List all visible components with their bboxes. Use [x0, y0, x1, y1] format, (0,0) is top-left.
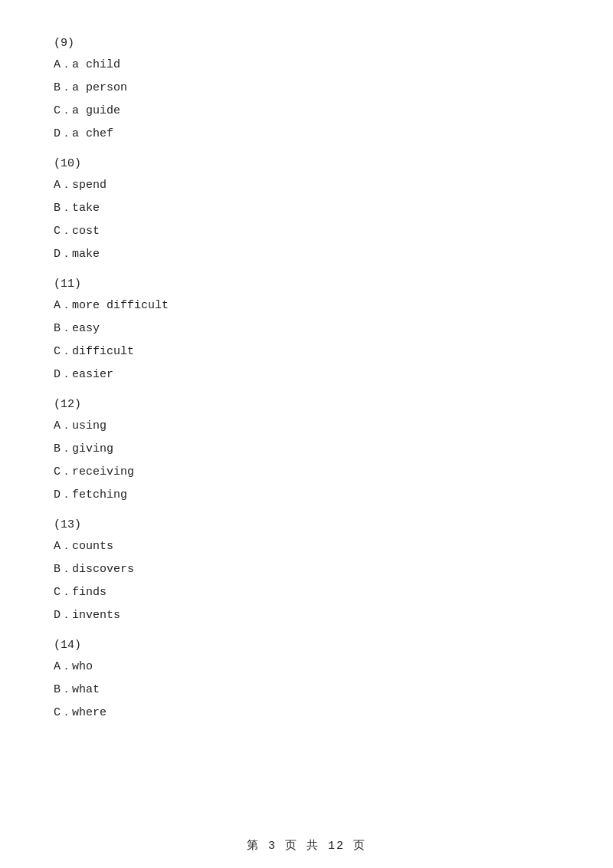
question-number-4: (13) [54, 518, 559, 531]
option-1-2: C．cost [54, 222, 559, 241]
option-5-2: C．where [54, 704, 559, 722]
option-0-2: C．a guide [54, 102, 559, 120]
question-number-0: (9) [54, 37, 559, 50]
question-number-2: (11) [54, 278, 559, 291]
option-2-2: C．difficult [54, 343, 559, 361]
option-3-2: C．receiving [54, 463, 559, 482]
option-1-0: A．spend [54, 176, 559, 195]
question-number-5: (14) [54, 639, 559, 652]
option-0-1: B．a person [54, 79, 559, 97]
option-4-3: D．invents [54, 607, 559, 625]
main-content: (9)A．a childB．a personC．a guideD．a chef(… [0, 0, 613, 773]
option-3-3: D．fetching [54, 486, 559, 505]
option-2-1: B．easy [54, 320, 559, 338]
option-2-3: D．easier [54, 366, 559, 384]
option-2-0: A．more difficult [54, 297, 559, 315]
option-5-1: B．what [54, 681, 559, 699]
question-number-3: (12) [54, 398, 559, 411]
option-1-3: D．make [54, 245, 559, 264]
option-1-1: B．take [54, 199, 559, 218]
option-4-2: C．finds [54, 584, 559, 602]
option-0-0: A．a child [54, 56, 559, 74]
option-3-1: B．giving [54, 440, 559, 459]
footer-text: 第 3 页 共 12 页 [247, 840, 366, 853]
option-4-1: B．discovers [54, 561, 559, 579]
option-4-0: A．counts [54, 538, 559, 556]
question-number-1: (10) [54, 157, 559, 170]
option-3-0: A．using [54, 417, 559, 436]
option-5-0: A．who [54, 658, 559, 676]
page-footer: 第 3 页 共 12 页 [0, 838, 613, 853]
option-0-3: D．a chef [54, 125, 559, 143]
